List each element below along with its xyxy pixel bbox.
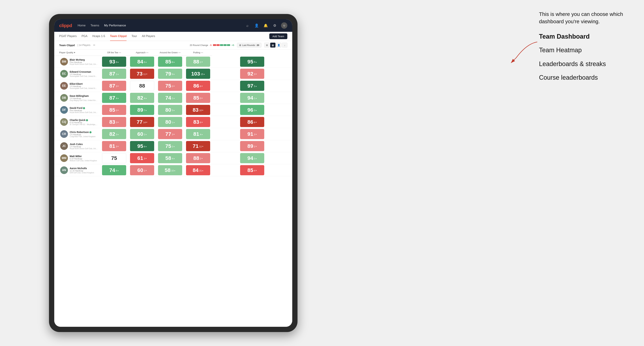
player-cell[interactable]: MMMatt Miller6-10 HandicapWoburn Golf Cl… <box>55 153 99 163</box>
view-icons: ⊞ ▦ 👤 ↓ <box>264 43 287 47</box>
score-box-off_tee: 601 <box>130 165 154 175</box>
download-button[interactable]: ↓ <box>282 43 287 47</box>
score-value: 74 <box>110 167 115 173</box>
score-value: 81 <box>110 143 115 149</box>
score-value: 58 <box>166 155 171 161</box>
col-header-player: Player Quality ▾ <box>54 49 100 56</box>
score-box-putting: 959 <box>240 57 264 67</box>
score-delta: 9 <box>172 73 175 75</box>
score-delta: 3 <box>144 157 147 160</box>
score-cell-off_tee: 613 <box>128 152 156 164</box>
player-cell[interactable]: BMBlair McHargPlus HandicapRoyal North D… <box>55 56 99 67</box>
players-table: Player Quality ▾ Off the Tee — Approach … <box>54 49 292 176</box>
player-info: Dave Billingham1-5 HandicapGog Magog Gol… <box>70 95 98 101</box>
round-change-label: 20 Round Change <box>190 44 208 46</box>
heatmap-view-button[interactable]: ▦ <box>270 43 276 47</box>
score-box-approach: 5810 <box>158 165 182 175</box>
nav-teams[interactable]: Teams <box>90 23 99 28</box>
person-view-button[interactable]: 👤 <box>276 43 282 47</box>
change-neg: -5 <box>210 44 212 46</box>
tab-tour[interactable]: Tour <box>132 32 137 41</box>
score-box-around_green: 836 <box>186 117 210 127</box>
score-delta: 3 <box>116 145 119 148</box>
score-value: 71 <box>193 143 198 149</box>
team-count: | 14 Players <box>78 44 90 46</box>
score-value: 88 <box>194 155 199 161</box>
player-cell[interactable]: CQCharlie Quick6-10 HandicapSt. George's… <box>55 117 99 127</box>
player-avatar: CR <box>60 130 68 138</box>
score-box-player_quality: 75 <box>102 153 126 163</box>
table-row: CRChris Robertson1-5 HandicapCraigmillar… <box>54 128 292 140</box>
person-icon[interactable]: 👤 <box>254 23 259 28</box>
tab-team-clippd[interactable]: Team Clippd <box>110 32 127 41</box>
score-box-player_quality: 871 <box>102 69 126 79</box>
score-cell-off_tee: 7311 <box>128 68 156 80</box>
table-row: MMMatt Miller6-10 HandicapWoburn Golf Cl… <box>54 152 292 164</box>
score-delta: 3 <box>172 85 175 88</box>
player-info: Matt Miller6-10 HandicapWoburn Golf Club… <box>70 155 97 162</box>
player-info: Blair McHargPlus HandicapRoyal North Dev… <box>70 58 98 65</box>
player-name: Edward Crossman <box>70 70 98 73</box>
col-header-off-tee: Off the Tee — <box>100 49 128 56</box>
player-name: Matt Miller <box>70 155 97 158</box>
player-cell[interactable]: CRChris Robertson1-5 HandicapCraigmillar… <box>55 129 99 139</box>
score-box-putting: 868 <box>240 117 264 127</box>
annotation-course-leaderboards: Course leaderboards <box>539 73 630 82</box>
verified-icon <box>86 119 88 121</box>
score-cell-around_green: 8421 <box>184 164 212 176</box>
tab-pga[interactable]: PGA <box>82 32 88 41</box>
score-cell-off_tee: 846 <box>128 56 156 68</box>
add-team-button[interactable]: Add Team <box>269 33 287 39</box>
score-box-around_green: 10315 <box>186 69 210 79</box>
tab-all-players[interactable]: All Players <box>142 32 155 41</box>
search-icon[interactable]: ⌕ <box>245 23 250 28</box>
player-cell[interactable]: DBDave Billingham1-5 HandicapGog Magog G… <box>55 93 99 103</box>
player-cell[interactable]: ANAaron Nicholls11-15 HandicapDrift Golf… <box>55 165 99 175</box>
player-cell[interactable]: JCJosh Coles1-5 HandicapRoyal North Devo… <box>55 141 99 151</box>
player-handicap: 1-5 Handicap <box>70 146 98 148</box>
player-handicap: 1-5 Handicap <box>70 97 98 99</box>
annotation-menu: Team Dashboard Team Heatmap Leaderboards… <box>539 32 630 82</box>
score-delta: 7 <box>144 109 147 112</box>
score-value: 61 <box>138 155 143 161</box>
score-cell-approach: 753 <box>156 80 184 92</box>
nav-my-performance[interactable]: My Performance <box>104 23 126 28</box>
score-cell-approach: 803 <box>156 104 184 116</box>
score-box-approach: 752 <box>158 141 182 151</box>
user-avatar[interactable]: U <box>281 22 287 29</box>
settings-icon[interactable]: ⚙ <box>272 23 278 28</box>
player-cell[interactable]: DFDavid FordPlus HandicapRoyal North Dev… <box>55 105 99 115</box>
player-handicap: 6-10 Handicap <box>70 121 98 124</box>
tab-hcaps[interactable]: Hcaps 1-5 <box>92 32 105 41</box>
score-value: 91 <box>248 131 253 137</box>
player-name: Dave Billingham <box>70 95 98 97</box>
score-delta: 3 <box>116 133 119 136</box>
bell-icon[interactable]: 🔔 <box>263 23 268 28</box>
tab-pgat-players[interactable]: PGAT Players <box>59 32 77 41</box>
table-row: CQCharlie Quick6-10 HandicapSt. George's… <box>54 116 292 128</box>
nav-home[interactable]: Home <box>78 23 86 28</box>
edit-icon[interactable]: ✏ <box>93 44 96 46</box>
table-row: BMBlair McHargPlus HandicapRoyal North D… <box>54 56 292 68</box>
score-delta: 14 <box>143 121 147 124</box>
player-info: David FordPlus HandicapRoyal North Devon… <box>70 107 98 113</box>
score-cell-putting: 975 <box>212 80 292 92</box>
player-cell[interactable]: EEElliot Ebert1-5 HandicapSunningdale Go… <box>55 81 99 91</box>
score-box-player_quality: 748 <box>102 165 126 175</box>
score-delta: 3 <box>172 133 175 136</box>
player-cell[interactable]: ECEdward Crossman1-5 HandicapSunningdale… <box>55 68 99 79</box>
score-box-around_green: 881 <box>186 57 210 67</box>
score-value: 85 <box>248 167 253 173</box>
score-delta: 1 <box>172 121 175 124</box>
score-cell-approach: 584 <box>156 152 184 164</box>
score-box-player_quality: 873 <box>102 81 126 91</box>
score-value: 92 <box>248 71 253 77</box>
score-delta: 9 <box>254 61 257 63</box>
table-row: DFDavid FordPlus HandicapRoyal North Dev… <box>54 104 292 116</box>
player-handicap: 1-5 Handicap <box>70 85 98 87</box>
score-cell-putting: 959 <box>212 56 292 68</box>
col-header-around-green: Around the Green — <box>156 49 184 56</box>
last-rounds-button[interactable]: ⊞ Last Rounds: 20 <box>237 43 262 47</box>
annotation-team-heatmap: Team Heatmap <box>539 46 630 54</box>
grid-view-button[interactable]: ⊞ <box>264 43 270 47</box>
